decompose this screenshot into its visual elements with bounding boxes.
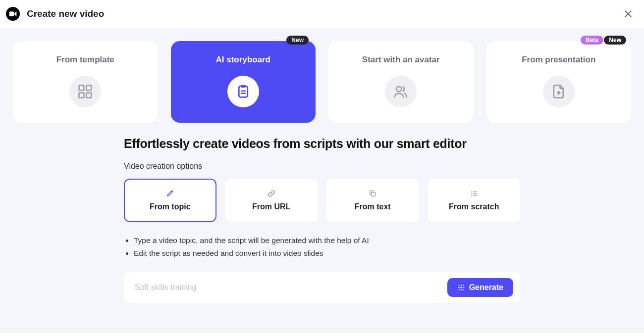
beta-badge: Beta <box>581 36 603 45</box>
card-from-presentation[interactable]: Beta New From presentation <box>486 41 632 123</box>
option-label: From text <box>355 202 391 211</box>
instruction-item: Type a video topic, and the script will … <box>134 234 520 247</box>
file-upload-icon <box>551 84 566 99</box>
copy-icon <box>369 190 376 197</box>
svg-rect-10 <box>372 192 376 196</box>
generate-button[interactable]: Generate <box>447 278 513 297</box>
option-from-url[interactable]: From URL <box>225 179 318 222</box>
instructions-list: Type a video topic, and the script will … <box>124 234 520 260</box>
modal-content: From template New AI storyboard <box>0 28 644 333</box>
header-left: Create new video <box>6 7 104 21</box>
page-title: Create new video <box>27 8 104 19</box>
svg-rect-2 <box>87 86 92 91</box>
clipboard-icon <box>236 84 251 99</box>
option-from-scratch[interactable]: From scratch <box>428 179 521 222</box>
template-grid-icon <box>78 84 93 99</box>
card-title: AI storyboard <box>181 55 306 65</box>
magic-wand-icon <box>457 284 465 291</box>
section-subhead: Video creation options <box>124 162 520 171</box>
card-start-with-avatar[interactable]: Start with an avatar <box>328 41 474 123</box>
main-section: Effortlessly create videos from scripts … <box>124 137 520 303</box>
creation-method-cards: From template New AI storyboard <box>13 41 631 123</box>
svg-point-13 <box>471 193 472 194</box>
svg-rect-1 <box>79 86 84 91</box>
option-label: From topic <box>150 202 191 211</box>
svg-point-9 <box>397 87 402 92</box>
close-button[interactable] <box>622 8 634 20</box>
modal-header: Create new video <box>0 0 644 28</box>
svg-rect-4 <box>87 93 92 98</box>
svg-point-17 <box>460 287 462 288</box>
option-label: From scratch <box>449 202 499 211</box>
card-icon-wrap <box>543 76 575 107</box>
svg-rect-6 <box>241 85 246 88</box>
edit-icon <box>166 190 174 197</box>
option-from-topic[interactable]: From topic <box>124 179 216 222</box>
card-from-template[interactable]: From template <box>13 41 158 123</box>
svg-rect-0 <box>9 11 14 16</box>
close-icon <box>623 9 633 19</box>
card-title: Start with an avatar <box>338 55 464 65</box>
card-title: From template <box>23 55 148 65</box>
card-icon-wrap <box>69 76 101 107</box>
card-icon-wrap <box>227 76 259 107</box>
option-from-text[interactable]: From text <box>326 179 419 222</box>
svg-rect-3 <box>79 93 84 98</box>
topic-input-row: Generate <box>124 272 520 303</box>
generate-label: Generate <box>469 283 503 292</box>
camera-icon <box>9 11 17 17</box>
topic-input[interactable] <box>135 283 440 292</box>
card-icon-wrap <box>385 76 417 107</box>
creation-options: From topic From URL From text From scrat… <box>124 179 520 222</box>
card-title: From presentation <box>496 55 622 65</box>
link-icon <box>268 190 275 197</box>
svg-point-11 <box>471 192 472 192</box>
section-headline: Effortlessly create videos from scripts … <box>124 137 520 151</box>
svg-point-15 <box>471 195 472 196</box>
new-badge: New <box>286 36 309 45</box>
app-logo <box>6 7 20 21</box>
new-badge: New <box>604 36 626 45</box>
list-icon <box>470 190 478 197</box>
avatar-people-icon <box>393 84 408 99</box>
instruction-item: Edit the script as needed and convert it… <box>134 247 520 260</box>
card-ai-storyboard[interactable]: New AI storyboard <box>171 41 316 123</box>
option-label: From URL <box>252 202 290 211</box>
